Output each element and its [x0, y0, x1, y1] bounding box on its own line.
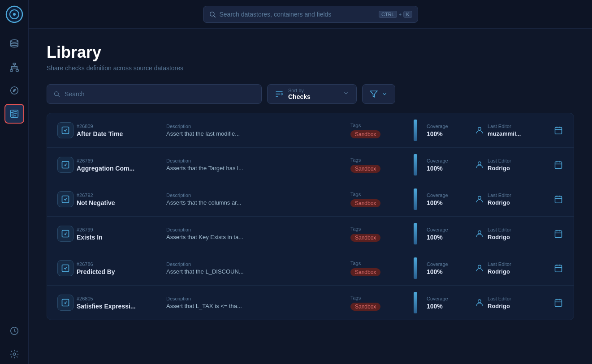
sort-icon: [275, 90, 284, 98]
keyboard-hint: CTRL + K: [379, 11, 412, 18]
calendar-icon: [554, 298, 563, 307]
svg-point-3: [10, 40, 18, 43]
search-icon: [209, 11, 216, 18]
sidebar-item-clock[interactable]: [4, 321, 24, 341]
row-icon-col: [54, 191, 77, 207]
sort-label-small: Sort by: [288, 88, 311, 93]
editor-label: Last Editor: [488, 261, 545, 267]
row-desc-text: Assert that the last modifie...: [166, 130, 345, 137]
row-icon-col: [54, 157, 77, 173]
svg-point-12: [210, 12, 214, 16]
row-desc-label: Description: [166, 227, 345, 232]
editor-label: Last Editor: [488, 124, 545, 129]
coverage-value: 100%: [427, 165, 466, 172]
filter-button[interactable]: [362, 84, 395, 104]
row-coverage-col: Coverage 100%: [427, 158, 471, 172]
editor-name: muzammil...: [488, 130, 545, 137]
row-cal-col: [550, 264, 566, 273]
row-bar-col: [404, 188, 427, 210]
row-tag-badge: Sandbox: [350, 234, 380, 242]
row-id: #26799: [77, 227, 161, 232]
page-title: Library: [47, 43, 574, 62]
row-tag-label: Tags: [350, 226, 399, 231]
coverage-value: 100%: [427, 268, 466, 275]
sidebar: [0, 0, 29, 364]
row-name-col: #26799 Exists In: [77, 227, 166, 241]
svg-rect-6: [16, 70, 18, 72]
table-row[interactable]: #26799 Exists In Description Asserts tha…: [47, 217, 574, 251]
row-coverage-col: Coverage 100%: [427, 296, 471, 310]
row-desc-col: Description Assert that the L_DISCOUN...: [166, 261, 350, 275]
row-coverage-col: Coverage 100%: [427, 227, 471, 241]
row-tags-col: Tags Sandbox: [350, 157, 404, 173]
row-editor-icon-col: [471, 195, 488, 204]
check-icon: [57, 260, 73, 276]
local-search-input[interactable]: [65, 90, 255, 98]
svg-point-45: [478, 265, 481, 268]
row-cal-col: [550, 195, 566, 204]
svg-rect-40: [555, 231, 562, 237]
global-search-input[interactable]: [220, 11, 375, 18]
row-icon-col: [54, 260, 77, 276]
svg-point-11: [13, 353, 16, 355]
person-icon: [475, 160, 484, 169]
coverage-bar: [414, 188, 417, 210]
row-tags-col: Tags Sandbox: [350, 192, 404, 207]
editor-name: Rodrigo: [488, 165, 545, 171]
svg-rect-34: [555, 196, 562, 203]
table-row[interactable]: #26786 Predicted By Description Assert t…: [47, 251, 574, 286]
app-logo[interactable]: [5, 5, 23, 23]
row-bar-col: [404, 292, 427, 313]
global-search[interactable]: CTRL + K: [203, 6, 418, 23]
sidebar-item-settings[interactable]: [4, 344, 24, 364]
sidebar-item-network[interactable]: [4, 57, 24, 77]
row-name-col: #26786 Predicted By: [77, 261, 166, 275]
sidebar-item-compass[interactable]: [4, 81, 24, 100]
row-tag-badge: Sandbox: [350, 303, 380, 311]
row-bar-col: [404, 154, 427, 176]
svg-rect-22: [555, 127, 562, 134]
row-icon-col: [54, 226, 77, 242]
row-editor-icon-col: [471, 126, 488, 135]
editor-name: Rodrigo: [488, 268, 545, 275]
row-desc-label: Description: [166, 158, 345, 163]
table-row[interactable]: #26769 Aggregation Com... Description As…: [47, 148, 574, 182]
table-row[interactable]: #26809 After Date Time Description Asser…: [47, 113, 574, 148]
coverage-label: Coverage: [427, 227, 466, 232]
row-tag-badge: Sandbox: [350, 165, 380, 173]
person-icon: [475, 229, 484, 238]
table-row[interactable]: #26805 Satisfies Expressi... Description…: [47, 286, 574, 320]
sort-button[interactable]: Sort by Checks: [267, 84, 357, 104]
sidebar-item-library[interactable]: [4, 104, 24, 124]
checks-table: #26809 After Date Time Description Asser…: [47, 113, 574, 320]
coverage-bar: [414, 223, 417, 244]
svg-marker-8: [13, 89, 16, 92]
row-desc-label: Description: [166, 296, 345, 301]
row-tag-badge: Sandbox: [350, 268, 380, 276]
row-name-col: #26809 After Date Time: [77, 124, 166, 137]
person-icon: [475, 195, 484, 204]
kbd-ctrl: CTRL: [379, 11, 397, 18]
check-icon: [57, 157, 73, 173]
sidebar-item-database[interactable]: [4, 34, 24, 54]
row-editor-icon-col: [471, 229, 488, 238]
row-editor-col: Last Editor Rodrigo: [488, 261, 550, 275]
row-editor-icon-col: [471, 160, 488, 169]
svg-rect-52: [555, 300, 562, 306]
row-desc-text: Assert that L_TAX is <= tha...: [166, 303, 345, 309]
editor-label: Last Editor: [488, 227, 545, 232]
table-row[interactable]: #26792 Not Negative Description Asserts …: [47, 182, 574, 217]
row-editor-col: Last Editor Rodrigo: [488, 193, 550, 206]
check-icon: [57, 226, 73, 242]
svg-point-14: [55, 92, 59, 96]
svg-rect-46: [555, 265, 562, 272]
row-name: After Date Time: [77, 130, 161, 137]
svg-point-51: [478, 300, 481, 303]
local-search[interactable]: [47, 84, 262, 104]
local-search-icon: [53, 90, 60, 98]
editor-name: Rodrigo: [488, 234, 545, 240]
toolbar: Sort by Checks: [47, 84, 574, 104]
row-bar-col: [404, 120, 427, 141]
row-editor-col: Last Editor Rodrigo: [488, 158, 550, 171]
sort-label: Sort by Checks: [288, 88, 311, 100]
